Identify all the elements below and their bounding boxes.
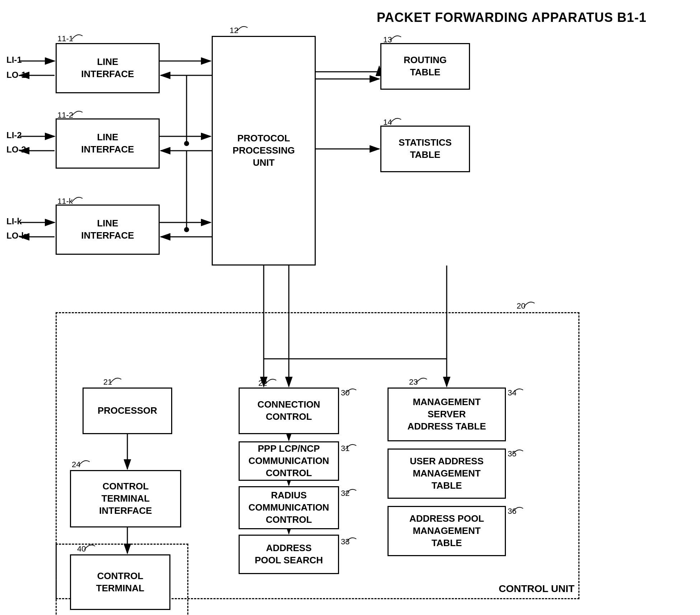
curve-20 <box>522 298 536 309</box>
control-unit-label: CONTROL UNIT <box>499 583 574 595</box>
uamt-label: USER ADDRESSMANAGEMENTTABLE <box>410 455 484 492</box>
management-server-address-table-box: MANAGEMENTSERVERADDRESS TABLE <box>387 388 506 441</box>
ppu-label: PROTOCOLPROCESSINGUNIT <box>232 132 295 169</box>
control-terminal-label: CONTROLTERMINAL <box>96 570 144 595</box>
curve-st <box>389 114 403 125</box>
curve-34 <box>511 385 525 395</box>
connection-control-label: CONNECTIONCONTROL <box>258 399 320 423</box>
page-title: PACKET FORWARDING APPARATUS B1-1 <box>377 10 647 25</box>
svg-point-17 <box>184 227 189 232</box>
curve-processor <box>109 374 123 385</box>
line-interface-k-box: LINEINTERFACE <box>56 205 160 255</box>
curve-30 <box>344 385 358 395</box>
user-address-management-table-box: USER ADDRESSMANAGEMENTTABLE <box>387 449 506 499</box>
curve-li1 <box>70 30 84 41</box>
curve-36 <box>511 503 525 514</box>
statistics-table-label: STATISTICSTABLE <box>399 137 452 161</box>
line-interface-1-label: LINEINTERFACE <box>81 56 134 80</box>
curve-cti <box>77 456 91 467</box>
processor-label: PROCESSOR <box>98 405 157 417</box>
address-pool-management-table-box: ADDRESS POOLMANAGEMENTTABLE <box>387 506 506 556</box>
line-interface-2-label: LINEINTERFACE <box>81 131 134 156</box>
li2-in-label: LI-2 <box>6 130 22 140</box>
lik-out-label: LO-k <box>6 231 26 241</box>
curve-33 <box>344 534 358 544</box>
curve-35 <box>511 446 525 456</box>
curve-cc <box>264 375 278 386</box>
msat-label: MANAGEMENTSERVERADDRESS TABLE <box>407 396 486 432</box>
cti-label: CONTROLTERMINALINTERFACE <box>99 480 152 517</box>
routing-table-box: ROUTINGTABLE <box>380 43 470 90</box>
curve-li2 <box>70 107 84 118</box>
ppu-box: PROTOCOLPROCESSINGUNIT <box>212 36 316 266</box>
svg-point-13 <box>184 141 189 146</box>
connection-control-box: CONNECTIONCONTROL <box>239 388 339 434</box>
line-interface-2-box: LINEINTERFACE <box>56 118 160 169</box>
ppp-label: PPP LCP/NCPCOMMUNICATIONCONTROL <box>249 443 329 479</box>
li1-out-label: LO-1 <box>6 70 26 80</box>
apmt-label: ADDRESS POOLMANAGEMENTTABLE <box>409 513 484 549</box>
line-interface-1-box: LINEINTERFACE <box>56 43 160 93</box>
curve-32 <box>344 485 358 496</box>
curve-lik <box>70 193 84 204</box>
curve-40 <box>83 541 97 551</box>
curve-23 <box>414 374 429 385</box>
ppp-box: PPP LCP/NCPCOMMUNICATIONCONTROL <box>239 441 339 481</box>
li1-in-label: LI-1 <box>6 55 22 65</box>
curve-ppu <box>235 22 249 33</box>
routing-table-label: ROUTINGTABLE <box>404 54 447 79</box>
curve-rt <box>389 32 403 42</box>
address-pool-search-label: ADDRESSPOOL SEARCH <box>255 542 323 567</box>
statistics-table-box: STATISTICSTABLE <box>380 126 470 172</box>
radius-label: RADIUSCOMMUNICATIONCONTROL <box>249 489 329 526</box>
address-pool-search-box: ADDRESSPOOL SEARCH <box>239 535 339 574</box>
diagram: PACKET FORWARDING APPARATUS B1-1 <box>0 0 700 615</box>
processor-box: PROCESSOR <box>83 388 172 434</box>
lik-in-label: LI-k <box>6 216 22 226</box>
li2-out-label: LO-2 <box>6 145 26 155</box>
radius-box: RADIUSCOMMUNICATIONCONTROL <box>239 486 339 529</box>
curve-31 <box>344 440 358 451</box>
line-interface-k-label: LINEINTERFACE <box>81 217 134 242</box>
cti-box: CONTROLTERMINALINTERFACE <box>70 470 181 527</box>
control-terminal-box: CONTROLTERMINAL <box>70 554 170 610</box>
